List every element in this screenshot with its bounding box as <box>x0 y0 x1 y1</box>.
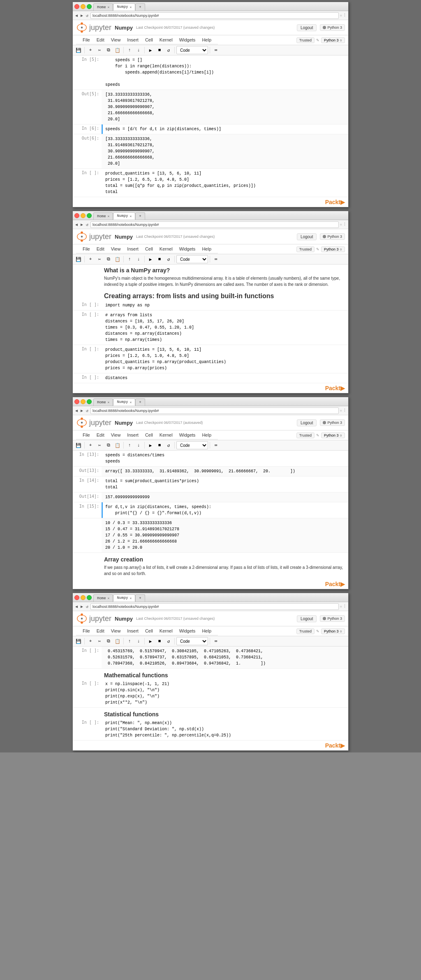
m3-view[interactable]: View <box>108 432 124 438</box>
m3-insert[interactable]: Insert <box>124 432 142 438</box>
menu-kernel[interactable]: Kernel <box>156 37 176 43</box>
menu-cell[interactable]: Cell <box>142 37 156 43</box>
cut-cell-icon-4[interactable]: ✂ <box>95 637 104 645</box>
back-btn-3[interactable]: ◀ <box>74 408 79 413</box>
m4-kernel[interactable]: Kernel <box>156 628 176 634</box>
fwd-btn-4[interactable]: ▶ <box>80 604 84 609</box>
m2-cell[interactable]: Cell <box>142 246 156 252</box>
cell-type-select[interactable]: Code Markdown Raw <box>176 46 208 54</box>
m4-help[interactable]: Help <box>199 628 215 634</box>
close-btn-3[interactable] <box>74 399 79 404</box>
m4-insert[interactable]: Insert <box>124 628 142 634</box>
keyboard-shortcut-icon[interactable]: ⌨ <box>212 46 220 54</box>
cell-code-in6[interactable]: speeds = [d/t for d,t in zip(distances, … <box>102 124 348 134</box>
tab3-numpy[interactable]: Numpy ✕ <box>113 398 135 406</box>
tab-home[interactable]: Home ✕ <box>93 3 113 11</box>
settings-icon-4[interactable]: ⋮ <box>343 604 347 609</box>
restart-kernel-icon-2[interactable]: ↺ <box>164 255 173 263</box>
reload-btn-3[interactable]: ↺ <box>85 408 89 413</box>
logout-button[interactable]: Logout <box>297 24 317 31</box>
m4-file[interactable]: File <box>79 628 93 634</box>
back-btn-2[interactable]: ◀ <box>74 222 79 227</box>
bookmark-icon-4[interactable]: ☆ <box>340 604 342 609</box>
restart-kernel-icon-3[interactable]: ↺ <box>164 441 173 449</box>
paste-cell-icon-2[interactable]: 📋 <box>113 255 122 263</box>
close-button[interactable] <box>74 4 79 9</box>
w4-code-linspace[interactable]: x = np.linspace(-1, 1, 21) print(np.sin(… <box>102 679 348 707</box>
min-btn-2[interactable] <box>81 213 86 218</box>
copy-cell-icon-3[interactable]: ⧉ <box>104 441 113 449</box>
menu-edit[interactable]: Edit <box>93 37 108 43</box>
keyboard-icon-4[interactable]: ⌨ <box>212 637 220 645</box>
cut-cell-icon-2[interactable]: ✂ <box>95 255 104 263</box>
restart-kernel-icon-4[interactable]: ↺ <box>164 637 173 645</box>
keyboard-icon-2[interactable]: ⌨ <box>212 255 220 263</box>
m4-widgets[interactable]: Widgets <box>176 628 199 634</box>
tab4-new[interactable]: + <box>135 594 145 602</box>
stop-kernel-icon-3[interactable]: ■ <box>155 441 164 449</box>
notebook-name-4[interactable]: Numpy <box>115 616 133 622</box>
tab4-numpy[interactable]: Numpy ✕ <box>113 594 135 602</box>
tab-home-close[interactable]: ✕ <box>108 5 110 9</box>
bookmark-icon-2[interactable]: ☆ <box>340 222 342 227</box>
maximize-button[interactable] <box>87 4 92 9</box>
m3-file[interactable]: File <box>79 432 93 438</box>
max-btn-4[interactable] <box>87 595 92 600</box>
move-up-icon[interactable]: ↑ <box>125 46 134 54</box>
tab-numpy-close[interactable]: ✕ <box>130 5 132 9</box>
save-icon-2[interactable]: 💾 <box>74 255 83 263</box>
fwd-btn-3[interactable]: ▶ <box>80 408 84 413</box>
tab2-new[interactable]: + <box>135 212 145 220</box>
max-btn-3[interactable] <box>87 399 92 404</box>
m2-help[interactable]: Help <box>199 246 215 252</box>
cell-code-in5[interactable]: speeds = [] for i in range(len(distances… <box>102 55 348 90</box>
reload-button[interactable]: ↺ <box>85 13 89 18</box>
keyboard-icon-3[interactable]: ⌨ <box>212 441 220 449</box>
tab-numpy[interactable]: Numpy ✕ <box>113 3 135 11</box>
m2-edit[interactable]: Edit <box>93 246 108 252</box>
tab3-home-close[interactable]: ✕ <box>108 400 110 404</box>
m4-view[interactable]: View <box>108 628 124 634</box>
address-input[interactable] <box>90 12 338 19</box>
m3-widgets[interactable]: Widgets <box>176 432 199 438</box>
tab-new[interactable]: + <box>135 3 145 11</box>
back-btn-4[interactable]: ◀ <box>74 604 79 609</box>
settings-icon-2[interactable]: ⋮ <box>343 222 347 227</box>
logout-button-3[interactable]: Logout <box>297 419 317 426</box>
m4-cell[interactable]: Cell <box>142 628 156 634</box>
min-btn-3[interactable] <box>81 399 86 404</box>
paste-cell-icon[interactable]: 📋 <box>113 46 122 54</box>
cut-cell-icon[interactable]: ✂ <box>95 46 104 54</box>
bookmark-icon[interactable]: ☆ <box>340 13 342 18</box>
m3-kernel[interactable]: Kernel <box>156 432 176 438</box>
tab2-home-close[interactable]: ✕ <box>108 214 110 218</box>
save-icon[interactable]: 💾 <box>74 46 83 54</box>
run-cell-icon-2[interactable]: ▶ <box>146 255 155 263</box>
settings-icon-3[interactable]: ⋮ <box>343 408 347 413</box>
min-btn-4[interactable] <box>81 595 86 600</box>
w3-code-in13[interactable]: speeds = distances/times speeds <box>102 451 348 466</box>
address-input-3[interactable] <box>90 407 338 414</box>
add-cell-icon[interactable]: + <box>86 46 95 54</box>
move-down-icon[interactable]: ↓ <box>134 46 143 54</box>
move-down-icon-2[interactable]: ↓ <box>134 255 143 263</box>
move-down-icon-3[interactable]: ↓ <box>134 441 143 449</box>
tab3-new[interactable]: + <box>135 398 145 406</box>
cell-code-inblank[interactable]: product_quantities = [13, 5, 6, 10, 11] … <box>102 169 348 197</box>
close-btn-2[interactable] <box>74 213 79 218</box>
m3-edit[interactable]: Edit <box>93 432 108 438</box>
copy-cell-icon[interactable]: ⧉ <box>104 46 113 54</box>
tab2-numpy[interactable]: Numpy ✕ <box>113 212 135 220</box>
back-button[interactable]: ◀ <box>74 13 79 18</box>
cut-cell-icon-3[interactable]: ✂ <box>95 441 104 449</box>
save-icon-4[interactable]: 💾 <box>74 637 83 645</box>
add-cell-icon-2[interactable]: + <box>86 255 95 263</box>
reload-btn-2[interactable]: ↺ <box>85 222 89 227</box>
w2-code-lists[interactable]: # arrays from lists distances = [10, 15,… <box>102 311 348 345</box>
tab2-numpy-close[interactable]: ✕ <box>130 214 132 218</box>
add-cell-icon-3[interactable]: + <box>86 441 95 449</box>
address-input-2[interactable] <box>90 221 338 228</box>
menu-widgets[interactable]: Widgets <box>176 37 199 43</box>
notebook-name-3[interactable]: Numpy <box>115 420 133 426</box>
stop-kernel-icon-4[interactable]: ■ <box>155 637 164 645</box>
